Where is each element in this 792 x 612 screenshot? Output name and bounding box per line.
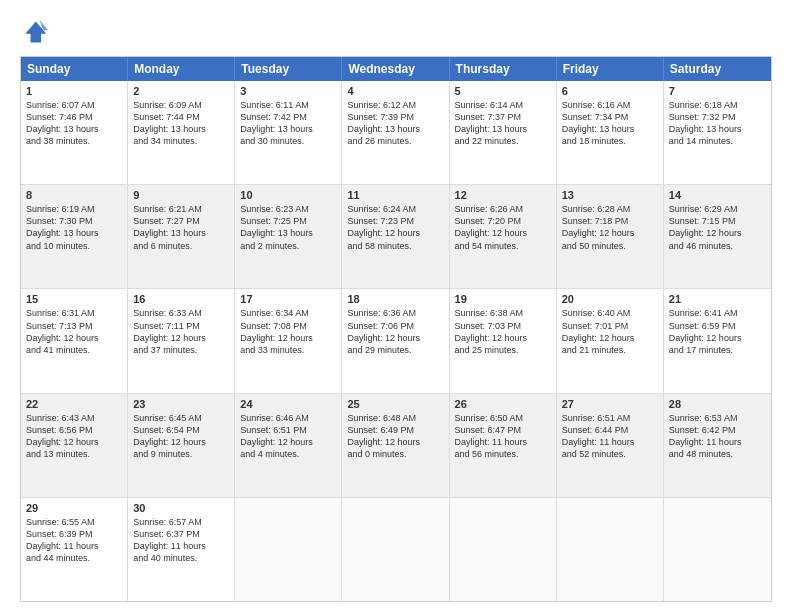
day-number: 5 (455, 85, 551, 97)
calendar-cell-20: 20Sunrise: 6:40 AM Sunset: 7:01 PM Dayli… (557, 289, 664, 392)
calendar-cell-empty-4-5 (557, 498, 664, 601)
cell-info: Sunrise: 6:45 AM Sunset: 6:54 PM Dayligh… (133, 412, 229, 461)
cell-info: Sunrise: 6:16 AM Sunset: 7:34 PM Dayligh… (562, 99, 658, 148)
calendar-cell-11: 11Sunrise: 6:24 AM Sunset: 7:23 PM Dayli… (342, 185, 449, 288)
calendar-cell-21: 21Sunrise: 6:41 AM Sunset: 6:59 PM Dayli… (664, 289, 771, 392)
day-number: 25 (347, 398, 443, 410)
calendar-cell-1: 1Sunrise: 6:07 AM Sunset: 7:46 PM Daylig… (21, 81, 128, 184)
calendar-cell-5: 5Sunrise: 6:14 AM Sunset: 7:37 PM Daylig… (450, 81, 557, 184)
day-number: 18 (347, 293, 443, 305)
cell-info: Sunrise: 6:14 AM Sunset: 7:37 PM Dayligh… (455, 99, 551, 148)
calendar-cell-empty-4-6 (664, 498, 771, 601)
calendar-cell-14: 14Sunrise: 6:29 AM Sunset: 7:15 PM Dayli… (664, 185, 771, 288)
cell-info: Sunrise: 6:21 AM Sunset: 7:27 PM Dayligh… (133, 203, 229, 252)
day-number: 8 (26, 189, 122, 201)
day-number: 28 (669, 398, 766, 410)
calendar-cell-22: 22Sunrise: 6:43 AM Sunset: 6:56 PM Dayli… (21, 394, 128, 497)
day-number: 13 (562, 189, 658, 201)
cell-info: Sunrise: 6:28 AM Sunset: 7:18 PM Dayligh… (562, 203, 658, 252)
day-number: 30 (133, 502, 229, 514)
weekday-header-tuesday: Tuesday (235, 57, 342, 81)
calendar-cell-12: 12Sunrise: 6:26 AM Sunset: 7:20 PM Dayli… (450, 185, 557, 288)
calendar-cell-9: 9Sunrise: 6:21 AM Sunset: 7:27 PM Daylig… (128, 185, 235, 288)
cell-info: Sunrise: 6:07 AM Sunset: 7:46 PM Dayligh… (26, 99, 122, 148)
calendar-cell-15: 15Sunrise: 6:31 AM Sunset: 7:13 PM Dayli… (21, 289, 128, 392)
day-number: 14 (669, 189, 766, 201)
day-number: 7 (669, 85, 766, 97)
cell-info: Sunrise: 6:36 AM Sunset: 7:06 PM Dayligh… (347, 307, 443, 356)
cell-info: Sunrise: 6:51 AM Sunset: 6:44 PM Dayligh… (562, 412, 658, 461)
cell-info: Sunrise: 6:33 AM Sunset: 7:11 PM Dayligh… (133, 307, 229, 356)
weekday-header-wednesday: Wednesday (342, 57, 449, 81)
calendar-cell-empty-4-2 (235, 498, 342, 601)
calendar-cell-18: 18Sunrise: 6:36 AM Sunset: 7:06 PM Dayli… (342, 289, 449, 392)
calendar-body: 1Sunrise: 6:07 AM Sunset: 7:46 PM Daylig… (21, 81, 771, 601)
calendar-row-3: 22Sunrise: 6:43 AM Sunset: 6:56 PM Dayli… (21, 393, 771, 497)
cell-info: Sunrise: 6:18 AM Sunset: 7:32 PM Dayligh… (669, 99, 766, 148)
logo (20, 18, 52, 46)
calendar-cell-10: 10Sunrise: 6:23 AM Sunset: 7:25 PM Dayli… (235, 185, 342, 288)
weekday-header-sunday: Sunday (21, 57, 128, 81)
calendar-cell-7: 7Sunrise: 6:18 AM Sunset: 7:32 PM Daylig… (664, 81, 771, 184)
calendar-cell-13: 13Sunrise: 6:28 AM Sunset: 7:18 PM Dayli… (557, 185, 664, 288)
calendar-row-0: 1Sunrise: 6:07 AM Sunset: 7:46 PM Daylig… (21, 81, 771, 184)
cell-info: Sunrise: 6:29 AM Sunset: 7:15 PM Dayligh… (669, 203, 766, 252)
cell-info: Sunrise: 6:50 AM Sunset: 6:47 PM Dayligh… (455, 412, 551, 461)
cell-info: Sunrise: 6:48 AM Sunset: 6:49 PM Dayligh… (347, 412, 443, 461)
cell-info: Sunrise: 6:40 AM Sunset: 7:01 PM Dayligh… (562, 307, 658, 356)
day-number: 9 (133, 189, 229, 201)
calendar-cell-empty-4-3 (342, 498, 449, 601)
calendar-row-1: 8Sunrise: 6:19 AM Sunset: 7:30 PM Daylig… (21, 184, 771, 288)
cell-info: Sunrise: 6:09 AM Sunset: 7:44 PM Dayligh… (133, 99, 229, 148)
day-number: 1 (26, 85, 122, 97)
day-number: 6 (562, 85, 658, 97)
weekday-header-monday: Monday (128, 57, 235, 81)
cell-info: Sunrise: 6:34 AM Sunset: 7:08 PM Dayligh… (240, 307, 336, 356)
day-number: 12 (455, 189, 551, 201)
cell-info: Sunrise: 6:24 AM Sunset: 7:23 PM Dayligh… (347, 203, 443, 252)
cell-info: Sunrise: 6:55 AM Sunset: 6:39 PM Dayligh… (26, 516, 122, 565)
weekday-header-saturday: Saturday (664, 57, 771, 81)
day-number: 27 (562, 398, 658, 410)
calendar-cell-6: 6Sunrise: 6:16 AM Sunset: 7:34 PM Daylig… (557, 81, 664, 184)
calendar-cell-26: 26Sunrise: 6:50 AM Sunset: 6:47 PM Dayli… (450, 394, 557, 497)
calendar-cell-16: 16Sunrise: 6:33 AM Sunset: 7:11 PM Dayli… (128, 289, 235, 392)
calendar-row-2: 15Sunrise: 6:31 AM Sunset: 7:13 PM Dayli… (21, 288, 771, 392)
calendar: SundayMondayTuesdayWednesdayThursdayFrid… (20, 56, 772, 602)
calendar-cell-empty-4-4 (450, 498, 557, 601)
calendar-header: SundayMondayTuesdayWednesdayThursdayFrid… (21, 57, 771, 81)
day-number: 26 (455, 398, 551, 410)
calendar-row-4: 29Sunrise: 6:55 AM Sunset: 6:39 PM Dayli… (21, 497, 771, 601)
calendar-cell-24: 24Sunrise: 6:46 AM Sunset: 6:51 PM Dayli… (235, 394, 342, 497)
cell-info: Sunrise: 6:23 AM Sunset: 7:25 PM Dayligh… (240, 203, 336, 252)
cell-info: Sunrise: 6:57 AM Sunset: 6:37 PM Dayligh… (133, 516, 229, 565)
day-number: 17 (240, 293, 336, 305)
day-number: 24 (240, 398, 336, 410)
cell-info: Sunrise: 6:41 AM Sunset: 6:59 PM Dayligh… (669, 307, 766, 356)
cell-info: Sunrise: 6:12 AM Sunset: 7:39 PM Dayligh… (347, 99, 443, 148)
weekday-header-friday: Friday (557, 57, 664, 81)
calendar-cell-17: 17Sunrise: 6:34 AM Sunset: 7:08 PM Dayli… (235, 289, 342, 392)
day-number: 20 (562, 293, 658, 305)
cell-info: Sunrise: 6:46 AM Sunset: 6:51 PM Dayligh… (240, 412, 336, 461)
calendar-cell-2: 2Sunrise: 6:09 AM Sunset: 7:44 PM Daylig… (128, 81, 235, 184)
cell-info: Sunrise: 6:43 AM Sunset: 6:56 PM Dayligh… (26, 412, 122, 461)
logo-icon (20, 18, 48, 46)
day-number: 19 (455, 293, 551, 305)
calendar-cell-8: 8Sunrise: 6:19 AM Sunset: 7:30 PM Daylig… (21, 185, 128, 288)
day-number: 29 (26, 502, 122, 514)
calendar-cell-23: 23Sunrise: 6:45 AM Sunset: 6:54 PM Dayli… (128, 394, 235, 497)
calendar-cell-29: 29Sunrise: 6:55 AM Sunset: 6:39 PM Dayli… (21, 498, 128, 601)
calendar-cell-27: 27Sunrise: 6:51 AM Sunset: 6:44 PM Dayli… (557, 394, 664, 497)
day-number: 21 (669, 293, 766, 305)
day-number: 16 (133, 293, 229, 305)
day-number: 2 (133, 85, 229, 97)
cell-info: Sunrise: 6:31 AM Sunset: 7:13 PM Dayligh… (26, 307, 122, 356)
calendar-cell-3: 3Sunrise: 6:11 AM Sunset: 7:42 PM Daylig… (235, 81, 342, 184)
cell-info: Sunrise: 6:26 AM Sunset: 7:20 PM Dayligh… (455, 203, 551, 252)
day-number: 3 (240, 85, 336, 97)
cell-info: Sunrise: 6:53 AM Sunset: 6:42 PM Dayligh… (669, 412, 766, 461)
day-number: 15 (26, 293, 122, 305)
calendar-cell-4: 4Sunrise: 6:12 AM Sunset: 7:39 PM Daylig… (342, 81, 449, 184)
day-number: 23 (133, 398, 229, 410)
